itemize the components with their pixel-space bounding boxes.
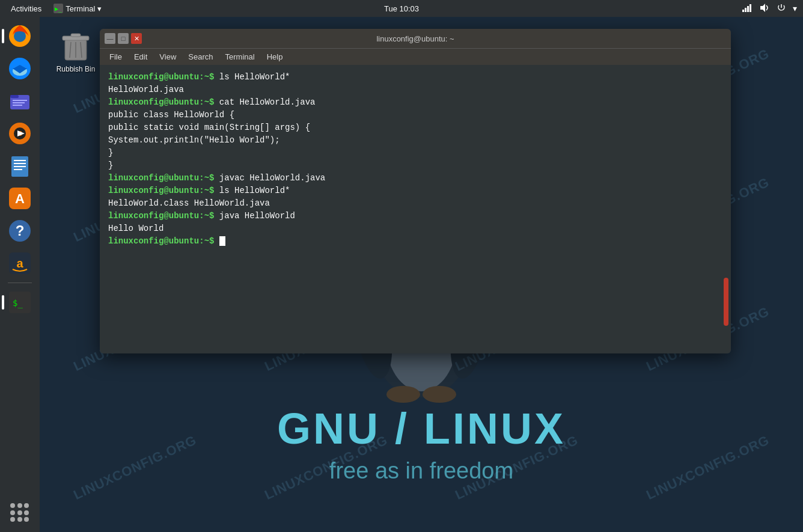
terminal-line-3: linuxconfig@ubuntu:~$ cat HelloWorld.jav… (108, 96, 722, 109)
desktop: LINUXCONFIG.ORG LINUXCONFIG.ORG LINUXCON… (40, 17, 803, 532)
svg-text:$_: $_ (13, 298, 23, 308)
topbar: Activities ▶_ Terminal ▾ Tue 10:03 (0, 0, 803, 17)
svg-rect-21 (14, 160, 26, 161)
terminal-title: linuxconfig@ubuntu: ~ (376, 34, 454, 43)
terminal-line-13: Hello World (108, 222, 722, 235)
terminal-scrollbar[interactable] (724, 101, 728, 353)
svg-rect-22 (14, 163, 26, 164)
dock-appstore[interactable]: A (5, 184, 34, 213)
terminal-line-10: linuxconfig@ubuntu:~$ ls HelloWorld* (108, 185, 722, 197)
svg-rect-13 (13, 100, 27, 101)
svg-rect-3 (745, 8, 747, 12)
terminal-scrollbar-thumb[interactable] (724, 278, 728, 326)
terminal-line-4: public class HelloWorld { (108, 109, 722, 121)
terminal-app-menu[interactable]: ▶_ Terminal ▾ (49, 4, 106, 13)
svg-text:?: ? (16, 222, 25, 239)
terminal-maximize-button[interactable]: □ (118, 33, 129, 44)
rubbish-bin-label: Rubbish Bin (56, 65, 96, 73)
terminal-line-9: linuxconfig@ubuntu:~$ javac HelloWorld.j… (108, 172, 722, 185)
dock-amazon[interactable]: a (5, 249, 34, 278)
activities-button[interactable]: Activities (5, 4, 47, 13)
terminal-minimize-button[interactable]: — (105, 33, 115, 44)
dock-libreoffice[interactable] (5, 151, 34, 180)
terminal-window-controls: — □ ✕ (105, 33, 142, 44)
svg-rect-23 (14, 166, 26, 167)
terminal-menu-terminal[interactable]: Terminal (221, 52, 260, 61)
svg-rect-24 (14, 169, 22, 170)
svg-marker-6 (760, 4, 765, 12)
svg-rect-12 (10, 95, 19, 98)
terminal-line-8: } (108, 159, 722, 172)
terminal-line-1: linuxconfig@ubuntu:~$ ls HelloWorld* (108, 71, 722, 84)
terminal-line-11: HelloWorld.class HelloWorld.java (108, 197, 722, 210)
svg-point-45 (423, 386, 456, 403)
dock-terminal[interactable]: $_ (5, 288, 34, 317)
show-apps-button[interactable] (8, 501, 32, 525)
terminal-line-6: System.out.println("Hello World"); (108, 134, 722, 147)
svg-rect-15 (13, 105, 22, 106)
terminal-menu-edit[interactable]: Edit (129, 52, 152, 61)
svg-rect-5 (750, 4, 751, 12)
terminal-window: — □ ✕ linuxconfig@ubuntu: ~ File Edit Vi… (100, 29, 731, 353)
terminal-cursor (219, 236, 225, 246)
svg-rect-4 (747, 6, 749, 12)
dock-firefox[interactable] (5, 22, 34, 50)
dock-separator (8, 283, 32, 283)
topbar-clock: Tue 10:03 (384, 4, 419, 13)
svg-rect-14 (13, 102, 25, 103)
gnu-linux-title: GNU / LINUX (40, 404, 803, 453)
rubbish-bin-image (61, 29, 90, 63)
topbar-arrow-icon[interactable]: ▾ (793, 4, 797, 13)
terminal-menubar: File Edit View Search Terminal Help (100, 48, 731, 65)
svg-rect-2 (742, 10, 744, 12)
terminal-line-5: public static void main(String[] args) { (108, 121, 722, 134)
dock-help[interactable]: ? (5, 216, 34, 245)
terminal-menu-search[interactable]: Search (183, 52, 218, 61)
topbar-left: Activities ▶_ Terminal ▾ (0, 4, 106, 13)
terminal-menu-view[interactable]: View (154, 52, 181, 61)
terminal-menu-icon: ▶_ (53, 4, 63, 13)
terminal-line-7: } (108, 147, 722, 159)
svg-text:▶_: ▶_ (55, 5, 63, 13)
dock: A ? a $_ (0, 17, 40, 532)
svg-text:A: A (15, 191, 25, 206)
terminal-line-12: linuxconfig@ubuntu:~$ java HelloWorld (108, 210, 722, 222)
gnu-linux-subtitle: free as in freedom (40, 458, 803, 484)
dock-thunderbird[interactable] (5, 54, 34, 83)
dock-rhythmbox[interactable] (5, 119, 34, 148)
power-icon[interactable] (777, 4, 786, 14)
volume-icon[interactable] (760, 4, 770, 14)
terminal-close-button[interactable]: ✕ (131, 33, 142, 44)
rubbish-bin-icon[interactable]: Rubbish Bin (52, 29, 100, 73)
terminal-line-14: linuxconfig@ubuntu:~$ (108, 235, 722, 248)
network-icon[interactable] (742, 4, 753, 14)
terminal-titlebar: — □ ✕ linuxconfig@ubuntu: ~ (100, 29, 731, 48)
svg-rect-48 (71, 34, 81, 37)
terminal-menu-file[interactable]: File (105, 52, 127, 61)
terminal-menu-help[interactable]: Help (262, 52, 288, 61)
terminal-body[interactable]: linuxconfig@ubuntu:~$ ls HelloWorld* Hel… (100, 65, 731, 353)
gnu-linux-overlay: GNU / LINUX free as in freedom (40, 404, 803, 484)
topbar-right: ▾ (742, 4, 803, 14)
svg-point-44 (386, 386, 420, 403)
svg-text:a: a (16, 257, 23, 270)
dock-files[interactable] (5, 87, 34, 115)
terminal-line-2: HelloWorld.java (108, 84, 722, 96)
